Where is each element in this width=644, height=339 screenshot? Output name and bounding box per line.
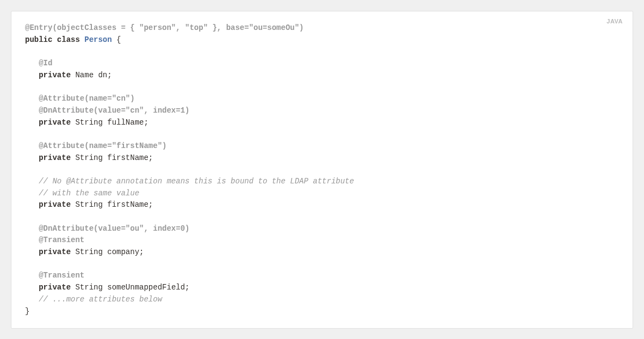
class-name: Person	[84, 35, 112, 44]
annotation-dnattribute-cn: @DnAttribute(value="cn", index=1)	[39, 106, 189, 115]
keyword-private: private	[39, 200, 71, 209]
keyword-private: private	[39, 153, 71, 162]
annotation-entry: @Entry(objectClasses = { "person", "top"…	[25, 23, 304, 32]
field-unmapped: someUnmappedField;	[103, 283, 190, 292]
comment-line: // ...more attributes below	[39, 295, 162, 304]
keyword-private: private	[39, 283, 71, 292]
field-firstname: firstName;	[103, 153, 153, 162]
type-string: String	[75, 118, 102, 127]
field-firstname2: firstName;	[103, 200, 153, 209]
comment-line: // with the same value	[39, 189, 139, 198]
keyword-class: class	[57, 35, 80, 44]
annotation-id: @Id	[39, 59, 52, 67]
keyword-private: private	[39, 71, 71, 79]
type-string: String	[75, 248, 102, 256]
language-label: JAVA	[606, 17, 623, 26]
type-string: String	[75, 153, 102, 162]
comment-line: // No @Attribute annotation means this i…	[39, 177, 354, 186]
annotation-dnattribute-ou: @DnAttribute(value="ou", index=0)	[39, 224, 189, 233]
brace-open: {	[112, 35, 121, 44]
field-dn: dn;	[94, 71, 112, 79]
field-fullname: fullName;	[103, 118, 148, 127]
brace-close: }	[25, 307, 29, 316]
type-string: String	[75, 283, 102, 292]
field-company: company;	[103, 248, 144, 256]
type-name: Name	[75, 71, 94, 79]
annotation-attribute-firstname: @Attribute(name="firstName")	[39, 141, 166, 150]
keyword-public: public	[25, 35, 52, 44]
code-content: @Entry(objectClasses = { "person", "top"…	[25, 22, 619, 317]
type-string: String	[75, 200, 102, 209]
keyword-private: private	[39, 248, 71, 256]
keyword-private: private	[39, 118, 71, 127]
annotation-transient: @Transient	[39, 236, 84, 244]
annotation-transient: @Transient	[39, 271, 84, 280]
code-block: JAVA @Entry(objectClasses = { "person", …	[11, 11, 633, 329]
annotation-attribute-cn: @Attribute(name="cn")	[39, 94, 134, 103]
